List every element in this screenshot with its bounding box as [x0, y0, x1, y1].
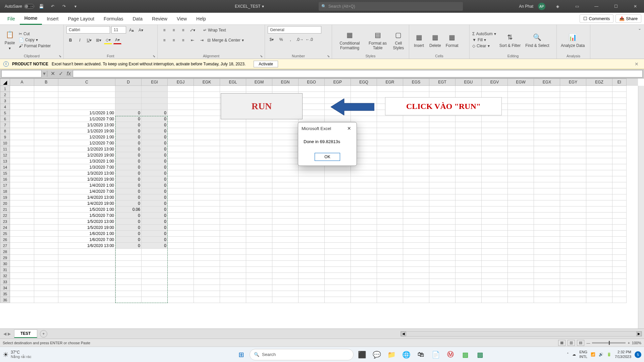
cell[interactable]: [10, 98, 34, 104]
cell[interactable]: [168, 219, 194, 225]
cell[interactable]: [10, 158, 34, 164]
cell[interactable]: [34, 206, 58, 213]
cell[interactable]: 0: [142, 146, 168, 152]
cell[interactable]: [377, 194, 403, 200]
cell[interactable]: [403, 140, 429, 146]
cell[interactable]: [220, 243, 246, 249]
cell[interactable]: [377, 225, 403, 231]
cell[interactable]: [612, 146, 627, 152]
cell[interactable]: [10, 104, 34, 110]
maximize-icon[interactable]: ☐: [608, 1, 623, 11]
cell[interactable]: [482, 134, 508, 140]
comments-button[interactable]: ☐ Comments: [580, 14, 613, 23]
cell[interactable]: [34, 200, 58, 206]
row-header[interactable]: 12: [0, 152, 10, 158]
cell[interactable]: [612, 188, 627, 194]
cell[interactable]: [168, 110, 194, 116]
cell[interactable]: [482, 158, 508, 164]
cell[interactable]: [403, 116, 429, 122]
cell[interactable]: [482, 231, 508, 237]
cell[interactable]: [612, 86, 627, 92]
cell[interactable]: [194, 164, 220, 170]
cell[interactable]: 0: [142, 182, 168, 188]
cell[interactable]: [351, 213, 377, 219]
cell[interactable]: [482, 128, 508, 134]
cell[interactable]: 0: [115, 146, 142, 152]
cell[interactable]: 0: [142, 206, 168, 213]
cell[interactable]: [534, 122, 560, 128]
column-header[interactable]: EGP: [325, 78, 351, 86]
cell[interactable]: [455, 164, 482, 170]
cell[interactable]: 0: [115, 122, 142, 128]
cell[interactable]: [377, 86, 403, 92]
cell[interactable]: [168, 134, 194, 140]
cell[interactable]: [34, 128, 58, 134]
font-color-button[interactable]: A▾: [113, 36, 121, 44]
cell[interactable]: [508, 146, 534, 152]
cell[interactable]: 1/6/2020 1:00: [58, 231, 115, 237]
cell[interactable]: [429, 140, 455, 146]
cell[interactable]: [534, 194, 560, 200]
diamond-icon[interactable]: ◈: [550, 1, 565, 11]
autosave-toggle[interactable]: AutoSave Off: [5, 4, 34, 9]
cell[interactable]: [534, 98, 560, 104]
taskbar-app-explorer[interactable]: 📁: [385, 348, 398, 361]
cell[interactable]: 1/5/2020 13:00: [58, 219, 115, 225]
cell[interactable]: [612, 98, 627, 104]
row-header[interactable]: 26: [0, 237, 10, 243]
cell[interactable]: 1/2/2020 7:00: [58, 140, 115, 146]
cell[interactable]: [429, 213, 455, 219]
cell[interactable]: [429, 170, 455, 176]
cell[interactable]: [534, 146, 560, 152]
cell[interactable]: [560, 140, 586, 146]
number-launcher-icon[interactable]: ⬊: [327, 54, 330, 58]
bold-button[interactable]: B: [66, 36, 74, 44]
cell[interactable]: [377, 158, 403, 164]
cell[interactable]: [34, 140, 58, 146]
cells-insert-button[interactable]: ▦Insert: [412, 31, 426, 49]
cell[interactable]: 0: [115, 213, 142, 219]
cell[interactable]: [272, 122, 299, 128]
tab-help[interactable]: Help: [192, 13, 211, 25]
cell[interactable]: [612, 110, 627, 116]
cell[interactable]: [377, 164, 403, 170]
cell[interactable]: 1/5/2020 1:00: [58, 206, 115, 213]
cell[interactable]: [34, 225, 58, 231]
cell[interactable]: [10, 225, 34, 231]
zoom-slider[interactable]: [592, 342, 626, 344]
cell[interactable]: 1/3/2020 1:00: [58, 158, 115, 164]
cell[interactable]: [351, 92, 377, 98]
cell[interactable]: 0: [115, 170, 142, 176]
cell[interactable]: [508, 110, 534, 116]
cell[interactable]: [429, 146, 455, 152]
cell[interactable]: [351, 176, 377, 182]
cell[interactable]: [586, 170, 612, 176]
cell[interactable]: [612, 104, 627, 110]
cell[interactable]: 0: [115, 134, 142, 140]
cell[interactable]: [142, 98, 168, 104]
cell[interactable]: [325, 200, 351, 206]
cell[interactable]: [168, 182, 194, 188]
cell[interactable]: [10, 194, 34, 200]
cell[interactable]: 1/3/2020 13:00: [58, 170, 115, 176]
cell[interactable]: [377, 116, 403, 122]
cell[interactable]: [429, 116, 455, 122]
tray-onedrive-icon[interactable]: ☁: [572, 352, 576, 357]
cell[interactable]: [168, 116, 194, 122]
cell[interactable]: [534, 134, 560, 140]
cell[interactable]: [194, 231, 220, 237]
cell[interactable]: [220, 134, 246, 140]
cell[interactable]: [325, 225, 351, 231]
cell[interactable]: 1/5/2020 7:00: [58, 213, 115, 219]
user-name[interactable]: An Phat: [519, 4, 533, 9]
cell[interactable]: [612, 170, 627, 176]
cell[interactable]: [325, 170, 351, 176]
cell[interactable]: [58, 104, 115, 110]
hscroll-right-icon[interactable]: ▶: [636, 331, 642, 336]
cell[interactable]: [429, 152, 455, 158]
font-launcher-icon[interactable]: ⬊: [153, 54, 155, 58]
cells-delete-button[interactable]: ▦Delete: [428, 31, 442, 49]
cell[interactable]: [220, 170, 246, 176]
cell[interactable]: [272, 140, 299, 146]
cell[interactable]: [246, 231, 272, 237]
